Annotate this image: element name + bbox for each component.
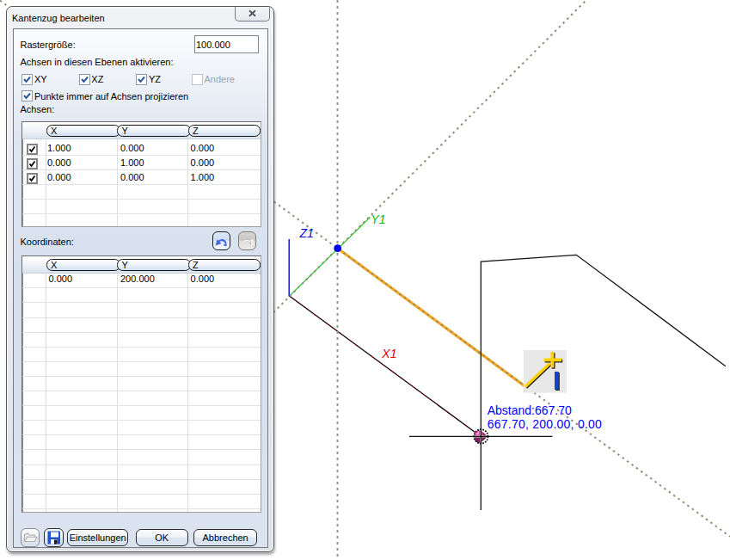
svg-text:667.70, 200.00, 0.00: 667.70, 200.00, 0.00 [488, 417, 602, 431]
svg-text:Z1: Z1 [299, 226, 314, 240]
svg-text:Y1: Y1 [371, 212, 385, 226]
svg-text:Abstand:667.70: Abstand:667.70 [488, 403, 572, 417]
svg-text:X1: X1 [381, 347, 396, 360]
